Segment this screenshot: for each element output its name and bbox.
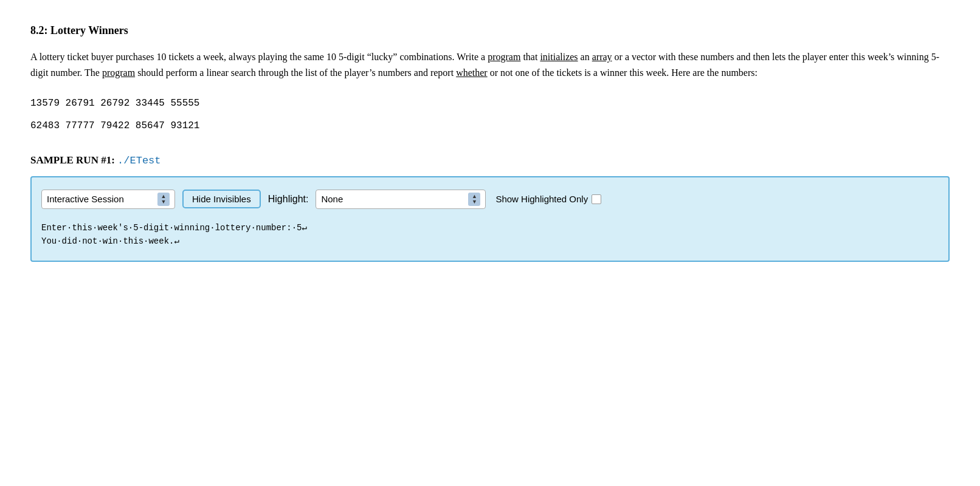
terminal-output: Enter·this·week's·5-digit·winning·lotter… — [41, 221, 939, 248]
sample-run-header: SAMPLE RUN #1: ./ETest — [30, 154, 950, 166]
highlight-select-wrapper[interactable]: None ▲ ▼ — [316, 190, 486, 209]
terminal-container: Interactive Session ▲ ▼ Hide Invisibles … — [30, 176, 950, 262]
underline-program-1: program — [488, 52, 520, 62]
numbers-block: 13579 26791 26792 33445 55555 62483 7777… — [30, 95, 950, 135]
terminal-line-1: Enter·this·week's·5-digit·winning·lotter… — [41, 221, 939, 234]
show-highlighted-checkbox[interactable] — [592, 194, 601, 204]
session-select-arrows[interactable]: ▲ ▼ — [157, 193, 170, 206]
underline-whether: whether — [456, 67, 488, 78]
show-highlighted-wrapper: Show Highlighted Only — [493, 194, 601, 204]
highlight-select-label: None — [321, 194, 464, 204]
numbers-row-1: 13579 26791 26792 33445 55555 — [30, 95, 950, 112]
terminal-line-2: You·did·not·win·this·week.↵ — [41, 234, 939, 248]
numbers-row-2: 62483 77777 79422 85647 93121 — [30, 117, 950, 135]
section-title: 8.2: Lottery Winners — [30, 24, 950, 37]
description-text: A lottery ticket buyer purchases 10 tick… — [30, 49, 950, 80]
sample-run-label: SAMPLE RUN #1: — [30, 154, 115, 166]
page-container: 8.2: Lottery Winners A lottery ticket bu… — [0, 0, 980, 486]
underline-initializes: initializes — [540, 52, 578, 62]
hide-invisibles-button[interactable]: Hide Invisibles — [182, 190, 261, 208]
underline-program-2: program — [102, 67, 135, 78]
sample-run-command: ./ETest — [117, 155, 160, 166]
terminal-toolbar: Interactive Session ▲ ▼ Hide Invisibles … — [41, 190, 939, 209]
underline-array: array — [592, 52, 612, 62]
session-select-label: Interactive Session — [47, 194, 154, 204]
highlight-select-arrows[interactable]: ▲ ▼ — [468, 193, 480, 206]
highlight-label: Highlight: — [268, 194, 309, 205]
show-highlighted-label: Show Highlighted Only — [495, 194, 588, 204]
session-select-wrapper[interactable]: Interactive Session ▲ ▼ — [41, 190, 175, 209]
